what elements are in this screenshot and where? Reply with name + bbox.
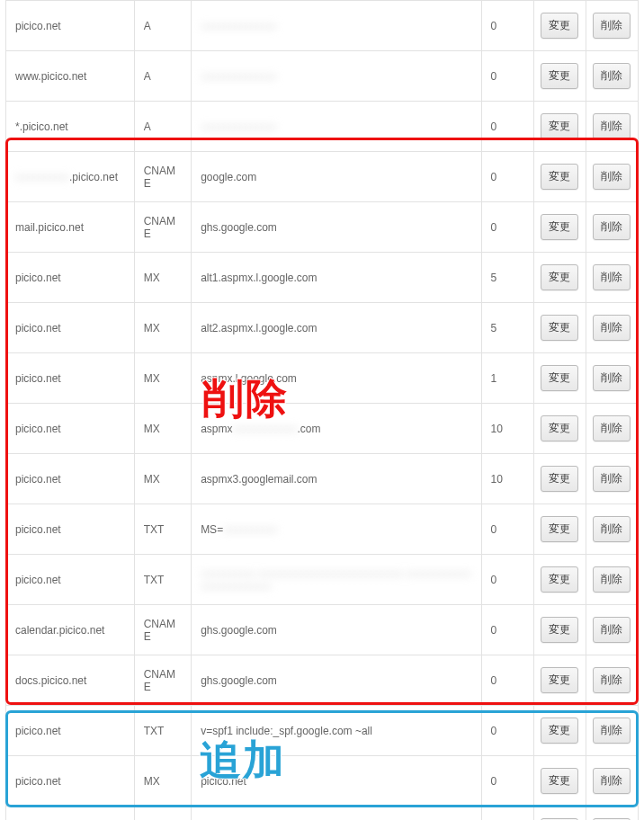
cell-host: picico.net	[6, 706, 135, 756]
edit-button[interactable]: 変更	[541, 718, 578, 744]
table-row: picico.netTXTxxxxxxxxxx xxxxxxxxxxxxxxxx…	[6, 555, 639, 605]
table-row: picico.netTXTv=spf1 include:_spf.google.…	[6, 706, 639, 756]
cell-value: xxxxxxxxxxxxxx	[192, 102, 481, 152]
edit-button[interactable]: 変更	[541, 113, 578, 139]
cell-type: TXT	[134, 504, 191, 555]
cell-value: aspmxxxxxxxxxxxxx.com	[192, 404, 481, 454]
table-row: picico.netMXpicico.net0変更削除	[6, 756, 639, 807]
delete-button[interactable]: 削除	[593, 415, 631, 441]
table-row: picico.netMXaspmx.l.google.com1変更削除	[6, 353, 639, 404]
cell-action-delete: 削除	[586, 504, 638, 555]
table-row: xxxxxxxxxx.picico.netCNAMEgoogle.com0変更削…	[6, 152, 639, 202]
delete-button[interactable]: 削除	[593, 264, 631, 290]
cell-priority: 0	[481, 555, 533, 605]
delete-button[interactable]: 削除	[593, 63, 631, 89]
edit-button[interactable]: 変更	[541, 13, 578, 39]
cell-value: google.com	[192, 152, 481, 202]
cell-type: A	[134, 51, 191, 102]
cell-action-delete: 削除	[586, 202, 638, 253]
cell-action-delete: 削除	[586, 1, 638, 51]
cell-action-edit: 変更	[533, 303, 586, 353]
cell-host: www.picico.net	[6, 51, 135, 102]
cell-type: CNAME	[134, 655, 191, 706]
edit-button[interactable]: 変更	[541, 63, 578, 89]
edit-button[interactable]: 変更	[541, 768, 578, 794]
cell-type: TXT	[134, 555, 191, 605]
cell-host: mail.picico.net	[6, 202, 135, 253]
cell-action-edit: 変更	[533, 504, 586, 555]
table-row: calendar.picico.netCNAMEghs.google.com0変…	[6, 605, 639, 655]
cell-value: xxxxxxxxxxxxxxxx.xserver.jp +a:picico.ne…	[192, 807, 481, 821]
cell-action-delete: 削除	[586, 454, 638, 504]
cell-type: CNAME	[134, 605, 191, 655]
cell-value: xxxxxxxxxxxxxx	[192, 51, 481, 102]
cell-action-edit: 変更	[533, 706, 586, 756]
delete-button[interactable]: 削除	[593, 718, 631, 744]
cell-host: xxxxxxxxxx.picico.net	[6, 152, 135, 202]
table-row: picico.netMXaspmxxxxxxxxxxxxx.com10変更削除	[6, 404, 639, 454]
cell-priority: 10	[481, 404, 533, 454]
table-row: picico.netTXTxxxxxxxxxxxxxxxx.xserver.jp…	[6, 807, 639, 821]
cell-priority: 0	[481, 504, 533, 555]
edit-button[interactable]: 変更	[541, 214, 578, 240]
cell-priority: 0	[481, 51, 533, 102]
cell-priority: 0	[481, 706, 533, 756]
cell-value: alt1.aspmx.l.google.com	[192, 253, 481, 303]
cell-value: picico.net	[192, 756, 481, 807]
table-row: docs.picico.netCNAMEghs.google.com0変更削除	[6, 655, 639, 706]
cell-type: TXT	[134, 706, 191, 756]
cell-action-edit: 変更	[533, 807, 586, 821]
cell-type: A	[134, 102, 191, 152]
delete-button[interactable]: 削除	[593, 113, 631, 139]
cell-value: xxxxxxxxxx xxxxxxxxxxxxxxxxxxxxxxxxxxx x…	[192, 555, 481, 605]
table-row: *.picico.netAxxxxxxxxxxxxxx0変更削除	[6, 102, 639, 152]
delete-button[interactable]: 削除	[593, 315, 631, 341]
cell-action-delete: 削除	[586, 605, 638, 655]
cell-action-delete: 削除	[586, 253, 638, 303]
cell-action-edit: 変更	[533, 605, 586, 655]
edit-button[interactable]: 変更	[541, 315, 578, 341]
cell-host: picico.net	[6, 303, 135, 353]
edit-button[interactable]: 変更	[541, 466, 578, 492]
cell-value: xxxxxxxxxxxxxx	[192, 1, 481, 51]
delete-button[interactable]: 削除	[593, 164, 631, 190]
cell-priority: 5	[481, 303, 533, 353]
cell-type: TXT	[134, 807, 191, 821]
edit-button[interactable]: 変更	[541, 164, 578, 190]
cell-value: ghs.google.com	[192, 655, 481, 706]
cell-priority: 0	[481, 1, 533, 51]
cell-priority: 10	[481, 454, 533, 504]
delete-button[interactable]: 削除	[593, 13, 631, 39]
cell-type: MX	[134, 404, 191, 454]
cell-action-edit: 変更	[533, 1, 586, 51]
edit-button[interactable]: 変更	[541, 566, 578, 593]
cell-action-edit: 変更	[533, 51, 586, 102]
cell-priority: 0	[481, 605, 533, 655]
delete-button[interactable]: 削除	[593, 667, 631, 693]
cell-host: docs.picico.net	[6, 655, 135, 706]
edit-button[interactable]: 変更	[541, 617, 578, 643]
edit-button[interactable]: 変更	[541, 667, 578, 693]
edit-button[interactable]: 変更	[541, 365, 578, 391]
dns-records-panel: picico.netAxxxxxxxxxxxxxx0変更削除www.picico…	[0, 0, 644, 820]
delete-button[interactable]: 削除	[593, 516, 631, 542]
table-row: picico.netTXTMS=xxxxxxxxxx0変更削除	[6, 504, 639, 555]
edit-button[interactable]: 変更	[541, 264, 578, 290]
delete-button[interactable]: 削除	[593, 566, 631, 593]
cell-action-delete: 削除	[586, 353, 638, 404]
cell-action-edit: 変更	[533, 253, 586, 303]
delete-button[interactable]: 削除	[593, 617, 631, 643]
delete-button[interactable]: 削除	[593, 466, 631, 492]
delete-button[interactable]: 削除	[593, 768, 631, 794]
delete-button[interactable]: 削除	[593, 365, 631, 391]
edit-button[interactable]: 変更	[541, 415, 578, 441]
cell-value: ghs.google.com	[192, 605, 481, 655]
delete-button[interactable]: 削除	[593, 214, 631, 240]
cell-action-delete: 削除	[586, 706, 638, 756]
cell-action-delete: 削除	[586, 102, 638, 152]
cell-type: MX	[134, 353, 191, 404]
cell-action-edit: 変更	[533, 152, 586, 202]
cell-type: MX	[134, 303, 191, 353]
table-row: picico.netMXalt1.aspmx.l.google.com5変更削除	[6, 253, 639, 303]
edit-button[interactable]: 変更	[541, 516, 578, 542]
